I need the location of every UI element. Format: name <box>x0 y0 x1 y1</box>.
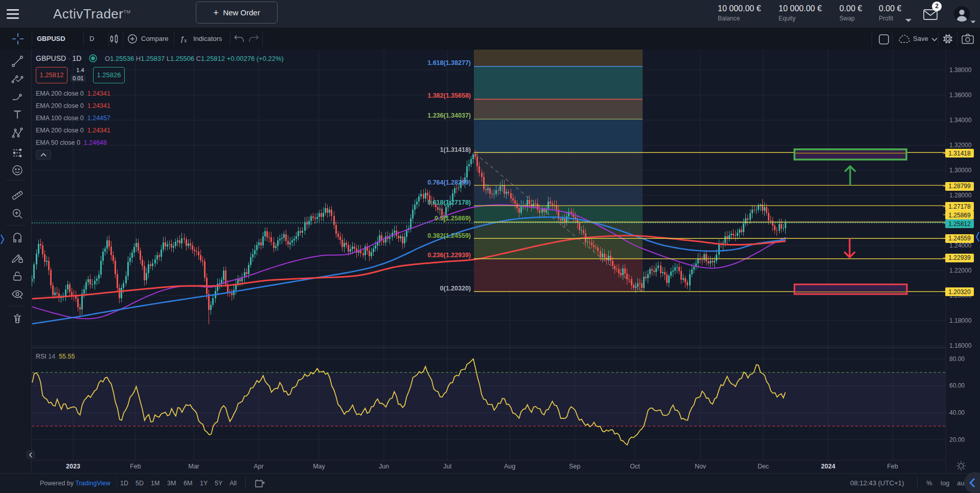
svg-text:20.00: 20.00 <box>949 436 965 443</box>
svg-text:1.22000: 1.22000 <box>949 267 972 274</box>
svg-text:1.22939: 1.22939 <box>948 254 971 261</box>
svg-text:1.382(1.35658): 1.382(1.35658) <box>427 92 471 99</box>
svg-text:Sep: Sep <box>569 463 580 470</box>
svg-text:Aug: Aug <box>504 463 515 470</box>
svg-text:Apr: Apr <box>254 463 263 470</box>
svg-text:1.38000: 1.38000 <box>949 66 972 74</box>
svg-text:1.36000: 1.36000 <box>949 92 972 99</box>
svg-text:Oct: Oct <box>630 463 640 470</box>
svg-text:1.236(1.34037): 1.236(1.34037) <box>427 112 471 119</box>
svg-text:0.618(1.27178): 0.618(1.27178) <box>427 199 471 206</box>
svg-text:1.28799: 1.28799 <box>948 183 971 190</box>
svg-text:1.18000: 1.18000 <box>949 317 972 324</box>
svg-text:0.382(1.24559): 0.382(1.24559) <box>427 232 471 239</box>
svg-text:1.28000: 1.28000 <box>949 192 972 199</box>
svg-text:1(1.31418): 1(1.31418) <box>440 146 471 153</box>
svg-text:1.618(1.38277): 1.618(1.38277) <box>427 59 471 66</box>
svg-text:0.236(1.22939): 0.236(1.22939) <box>427 252 471 259</box>
svg-text:Feb: Feb <box>887 463 898 470</box>
svg-text:1.25812: 1.25812 <box>948 220 971 228</box>
svg-text:80.00: 80.00 <box>949 355 965 363</box>
svg-text:1.31418: 1.31418 <box>948 150 971 157</box>
svg-text:2023: 2023 <box>66 463 80 470</box>
svg-text:1.24000: 1.24000 <box>949 242 972 249</box>
svg-text:40.00: 40.00 <box>949 409 965 416</box>
svg-text:1.34000: 1.34000 <box>949 117 972 124</box>
svg-text:Jul: Jul <box>443 463 451 470</box>
svg-text:1.27178: 1.27178 <box>948 203 971 210</box>
svg-text:1.30000: 1.30000 <box>949 167 972 174</box>
svg-text:1.24559: 1.24559 <box>948 235 971 242</box>
svg-text:1.16000: 1.16000 <box>949 342 972 349</box>
svg-text:0.5(1.25869): 0.5(1.25869) <box>435 215 471 222</box>
svg-text:Dec: Dec <box>758 463 769 470</box>
svg-text:Feb: Feb <box>130 463 141 470</box>
svg-text:1.20320: 1.20320 <box>948 288 971 296</box>
svg-text:1.25869: 1.25869 <box>948 212 971 219</box>
svg-text:0.764(1.28799): 0.764(1.28799) <box>427 179 471 186</box>
svg-text:1.32000: 1.32000 <box>949 142 972 149</box>
svg-text:2024: 2024 <box>821 463 835 470</box>
svg-text:Mar: Mar <box>188 463 199 470</box>
svg-text:Nov: Nov <box>695 463 706 470</box>
svg-text:0(1.20320): 0(1.20320) <box>440 285 471 292</box>
svg-text:May: May <box>313 463 325 470</box>
svg-text:60.00: 60.00 <box>949 382 965 389</box>
svg-text:Jun: Jun <box>379 463 389 470</box>
